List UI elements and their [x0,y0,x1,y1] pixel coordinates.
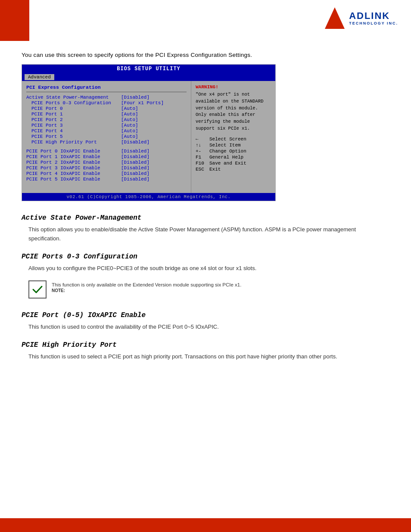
bios-screenshot: BIOS SETUP UTILITY Advanced PCI Express … [22,64,276,201]
port1-label: PCIE Port 1 [26,112,121,117]
bios-row-port2: PCIE Port 2 [Auto] [26,117,187,122]
nav-desc-item: Select Item [209,143,241,148]
ioapic0-label: PCIE Port 0 IOxAPIC Enable [26,149,121,154]
section-body-ioapic: This function is used to control the ava… [22,323,389,332]
bios-row-ioapic1: PCIE Port 1 IOxAPIC Enable [Disabled] [26,154,187,159]
nav-desc-save: Save and Exit [209,161,246,166]
bios-row-high-priority: PCIE High Priority Port [Disabled] [26,140,187,145]
bios-row-ioapic5: PCIE Port 5 IOxAPIC Enable [Disabled] [26,177,187,182]
red-accent [0,0,29,41]
bios-row-ioapic4: PCIE Port 4 IOxAPIC Enable [Disabled] [26,171,187,176]
bios-row-port1: PCIE Port 1 [Auto] [26,112,187,117]
bios-warning-text: "One x4 port" is not available on the ST… [196,91,271,132]
ioapic5-label: PCIE Port 5 IOxAPIC Enable [26,177,121,182]
nav-desc-screen: Select Screen [209,137,246,142]
nav-desc-option: Change Option [209,149,246,154]
note-box: This function is only available on the E… [28,277,389,302]
logo-subtitle: TECHNOLOGY INC. [349,22,398,26]
nav-desc-exit: Exit [209,167,221,172]
port3-label: PCIE Port 3 [26,123,121,128]
nav-key-help: F1 [196,155,208,160]
ioapic3-label: PCIE Port 3 IOxAPIC Enable [26,165,121,171]
logo-area: ADLINK TECHNOLOGY INC. [324,6,398,30]
nav-key-exit: ESC [196,167,208,172]
bios-warning-title: WARNING! [196,84,271,90]
section-heading-ioapic: PCIE Port (0-5) IOxAPIC Enable [22,311,389,319]
bios-title: BIOS SETUP UTILITY [22,65,275,73]
section-heading-pcie-config: PCIE Ports 0-3 Configuration [22,253,389,261]
bios-row-ioapic0: PCIE Port 0 IOxAPIC Enable [Disabled] [26,149,187,154]
port3-value: [Auto] [121,123,138,128]
nav-desc-help: General Help [209,155,243,160]
bios-section-title: PCI Express Configuration [26,84,187,90]
bios-body: PCI Express Configuration Active State P… [22,81,275,193]
bios-tab-bar: Advanced [22,73,275,81]
nav-key-save: F10 [196,161,208,166]
ioapic1-value: [Disabled] [121,154,149,159]
section-body-high-priority: This function is used to select a PCIE p… [22,352,389,361]
bios-row-port3: PCIE Port 3 [Auto] [26,123,187,128]
nav-row-option: +- Change Option [196,149,271,154]
ioapic2-value: [Disabled] [121,160,149,165]
ports03-value: [Four x1 Ports] [121,100,164,106]
bios-right-panel: WARNING! "One x4 port" is not available … [191,81,275,193]
intro-text: You can use this screen to specify optio… [22,52,389,58]
port4-value: [Auto] [121,128,138,134]
section-body-pcie-config: Allows you to configure the PCIE0~PCIE3 … [22,264,389,273]
high-priority-label: PCIE High Priority Port [26,140,121,145]
ioapic1-label: PCIE Port 1 IOxAPIC Enable [26,154,121,159]
ioapic5-value: [Disabled] [121,177,149,182]
bios-row-ioapic3: PCIE Port 3 IOxAPIC Enable [Disabled] [26,165,187,171]
nav-row-help: F1 General Help [196,155,271,160]
nav-row-save: F10 Save and Exit [196,161,271,166]
note-text: This function is only available on the E… [52,280,241,287]
ioapic3-value: [Disabled] [121,165,149,171]
port1-value: [Auto] [121,112,138,117]
port5-label: PCIE Port 5 [26,134,121,139]
section-heading-aspm: Active State Power-Management [22,214,389,222]
nav-key-option: +- [196,149,208,154]
bios-row-ports03: PCIE Ports 0-3 Configuration [Four x1 Po… [26,100,187,106]
note-label: NOTE: [52,288,241,293]
section-body-aspm: This option allows you to enable/disable… [22,225,389,243]
port5-value: [Auto] [121,134,138,139]
port0-label: PCIE Port 0 [26,106,121,111]
logo-brand: ADLINK [349,11,398,21]
nav-row-exit: ESC Exit [196,167,271,172]
ioapic4-value: [Disabled] [121,171,149,176]
main-content: You can use this screen to specify optio… [0,0,411,383]
bios-row-ioapic2: PCIE Port 2 IOxAPIC Enable [Disabled] [26,160,187,165]
nav-key-screen: ← [196,137,208,142]
bios-footer: v02.61 (C)Copyright 1985-2006, American … [22,193,275,201]
nav-row-item: ↑↓ Select Item [196,143,271,148]
port2-value: [Auto] [121,117,138,122]
bios-nav: ← Select Screen ↑↓ Select Item +- Change… [196,137,271,172]
bios-row-port4: PCIE Port 4 [Auto] [26,128,187,134]
ioapic2-label: PCIE Port 2 IOxAPIC Enable [26,160,121,165]
bios-left-panel: PCI Express Configuration Active State P… [22,81,191,193]
checkmark-icon [31,283,44,296]
nav-key-item: ↑↓ [196,143,208,148]
bios-tab-advanced: Advanced [25,74,54,80]
ioapic0-value: [Disabled] [121,149,149,154]
nav-row-screen: ← Select Screen [196,137,271,142]
port2-label: PCIE Port 2 [26,117,121,122]
port4-label: PCIE Port 4 [26,128,121,134]
logo-text: ADLINK TECHNOLOGY INC. [349,11,398,25]
bios-row-port0: PCIE Port 0 [Auto] [26,106,187,111]
note-icon [28,280,47,299]
note-content: This function is only available on the E… [52,280,241,293]
ports03-label: PCIE Ports 0-3 Configuration [26,100,121,106]
section-heading-high-priority: PCIE High Priority Port [22,341,389,349]
port0-value: [Auto] [121,106,138,111]
logo-icon [324,6,346,30]
svg-marker-0 [325,7,345,29]
bios-row-aspm: Active State Power-Management [Disabled] [26,95,187,100]
high-priority-value: [Disabled] [121,140,149,145]
bottom-bar [0,518,411,532]
bios-row-port5: PCIE Port 5 [Auto] [26,134,187,139]
aspm-label: Active State Power-Management [26,95,121,100]
ioapic4-label: PCIE Port 4 IOxAPIC Enable [26,171,121,176]
aspm-value: [Disabled] [121,95,149,100]
